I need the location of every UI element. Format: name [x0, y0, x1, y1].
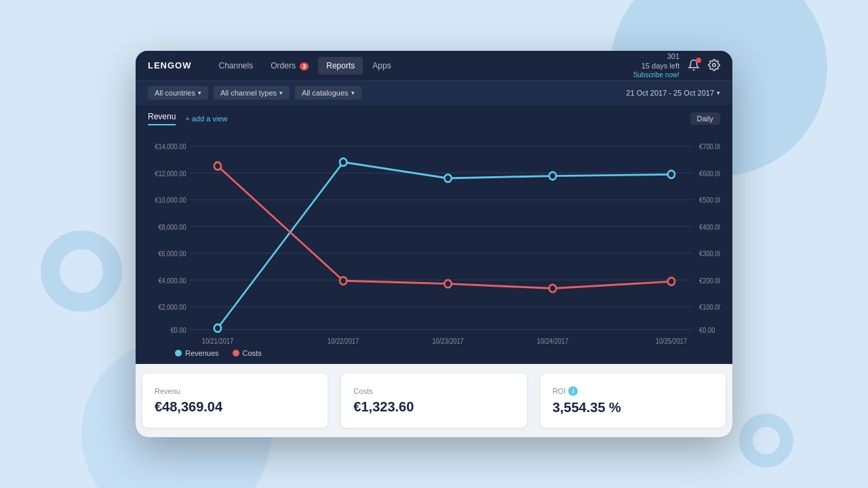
cost-point-3 [444, 280, 451, 287]
stats-bar: Revenu €48,369.04 Costs €1,323.60 ROI i … [136, 364, 732, 437]
days-left: 30115 days left [633, 52, 679, 71]
catalogues-filter[interactable]: All catalogues [295, 86, 361, 100]
device-frame: LENGOW Channels Orders 3 Reports Apps 30… [136, 51, 732, 437]
chart-container: €14,000.00 €12,000.00 €10,000.00 €8,000.… [148, 131, 720, 345]
period-selector[interactable]: Daily [690, 113, 720, 125]
legend-costs: Costs [233, 349, 262, 357]
svg-text:€14,000.00: €14,000.00 [155, 143, 186, 150]
svg-text:€600.00: €600.00 [699, 169, 720, 177]
revenue-point-3 [444, 174, 451, 182]
orders-badge: 3 [300, 62, 309, 70]
bg-decoration-4 [739, 413, 793, 468]
nav-orders[interactable]: Orders 3 [262, 57, 317, 75]
tab-revenu[interactable]: Revenu [148, 112, 176, 125]
nav-channels[interactable]: Channels [211, 57, 262, 75]
stat-revenu: Revenu €48,369.04 [142, 373, 328, 428]
bell-icon[interactable] [688, 59, 700, 73]
navbar-right: 30115 days left Subscribe now! [633, 52, 720, 80]
svg-text:10/21/2017: 10/21/2017 [202, 337, 233, 344]
cost-point-4 [549, 285, 556, 292]
svg-text:10/25/2017: 10/25/2017 [656, 337, 687, 344]
svg-text:€400.00: €400.00 [699, 223, 720, 230]
svg-text:€200.00: €200.00 [699, 277, 720, 284]
revenues-legend-dot [175, 350, 182, 357]
stat-revenu-label: Revenu [155, 387, 315, 395]
stat-costs-label: Costs [353, 387, 514, 395]
costs-legend-dot [233, 350, 239, 357]
svg-text:€0.00: €0.00 [170, 327, 186, 334]
chart-area: Revenu + add a view Daily €14,000.00 €12… [136, 105, 732, 364]
stat-revenu-value: €48,369.04 [155, 399, 315, 415]
stat-roi-label: ROI i [553, 386, 713, 396]
cost-point-2 [340, 277, 347, 285]
revenue-point-1 [214, 325, 221, 332]
revenue-point-4 [549, 172, 556, 180]
svg-text:10/24/2017: 10/24/2017 [537, 337, 568, 344]
filters-bar: All countries All channel types All cata… [136, 81, 732, 105]
cost-point-1 [214, 162, 221, 169]
svg-text:€700.00: €700.00 [699, 143, 720, 150]
chart-legend: Revenues Costs [148, 345, 720, 359]
svg-point-0 [713, 63, 716, 66]
country-filter[interactable]: All countries [148, 86, 208, 100]
revenues-line [218, 162, 671, 328]
svg-text:€500.00: €500.00 [699, 197, 720, 204]
revenue-point-2 [340, 159, 347, 166]
settings-icon[interactable] [708, 59, 720, 73]
channel-type-filter[interactable]: All channel types [214, 86, 290, 100]
svg-text:€10,000.00: €10,000.00 [155, 197, 186, 204]
svg-text:€8,000.00: €8,000.00 [158, 223, 186, 230]
svg-text:€300.00: €300.00 [699, 250, 720, 258]
chart-tabs: Revenu + add a view [148, 112, 227, 125]
cost-point-5 [668, 278, 675, 285]
svg-text:10/23/2017: 10/23/2017 [432, 337, 463, 344]
filter-group: All countries All channel types All cata… [148, 86, 361, 100]
svg-text:€100.00: €100.00 [699, 304, 720, 311]
subscribe-link[interactable]: Subscribe now! [633, 70, 679, 79]
legend-revenues: Revenues [175, 349, 219, 357]
costs-legend-label: Costs [243, 349, 262, 357]
revenues-legend-label: Revenues [185, 349, 219, 357]
svg-text:€4,000.00: €4,000.00 [158, 277, 186, 284]
subscribe-text: 30115 days left Subscribe now! [633, 52, 679, 80]
logo: LENGOW [148, 60, 192, 70]
chart-svg: €14,000.00 €12,000.00 €10,000.00 €8,000.… [148, 131, 720, 345]
navbar: LENGOW Channels Orders 3 Reports Apps 30… [136, 51, 732, 81]
costs-line [218, 166, 671, 289]
date-range-picker[interactable]: 21 Oct 2017 - 25 Oct 2017 [626, 89, 720, 97]
svg-text:€12,000.00: €12,000.00 [155, 169, 186, 177]
stat-roi: ROI i 3,554.35 % [540, 373, 726, 428]
revenue-point-5 [668, 171, 675, 178]
nav: Channels Orders 3 Reports Apps [211, 57, 633, 75]
roi-info-icon[interactable]: i [568, 386, 578, 396]
add-view-button[interactable]: + add a view [185, 115, 227, 123]
nav-apps[interactable]: Apps [364, 57, 399, 75]
svg-text:€6,000.00: €6,000.00 [158, 250, 186, 258]
nav-reports[interactable]: Reports [318, 57, 363, 75]
bg-decoration-3 [41, 230, 122, 312]
svg-text:€2,000.00: €2,000.00 [158, 304, 186, 311]
chart-tabs-row: Revenu + add a view Daily [148, 112, 720, 125]
stat-roi-value: 3,554.35 % [553, 400, 713, 415]
svg-text:10/22/2017: 10/22/2017 [328, 337, 359, 344]
stat-costs: Costs €1,323.60 [341, 373, 526, 428]
bell-notification-dot [696, 58, 701, 63]
stat-costs-value: €1,323.60 [353, 399, 514, 415]
svg-text:€0.00: €0.00 [699, 327, 715, 334]
